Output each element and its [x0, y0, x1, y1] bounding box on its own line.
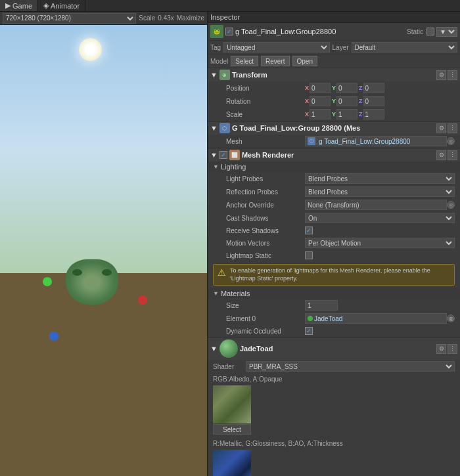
main-layout: 720×1280 (720×1280) Scale 0.43x Maximize…	[0, 12, 460, 476]
probe-blue	[49, 332, 58, 341]
scale-x-input[interactable]	[310, 109, 331, 119]
material-expand-arrow: ▼	[210, 345, 218, 353]
layer-select[interactable]: Default	[352, 42, 457, 53]
object-icon: 🐸	[210, 25, 223, 38]
tab-animator-label: Animator	[51, 2, 80, 10]
rot-z-input[interactable]	[363, 96, 384, 106]
active-checkbox[interactable]	[225, 28, 233, 35]
albedo-section: RGB:Albedo, A:Opaque Select	[208, 373, 460, 437]
maximize-label: Maximize	[177, 14, 204, 22]
inspector-panel: Inspector 🐸 g Toad_Final_Low:Group28800 …	[207, 12, 460, 476]
element-0-row: Element 0 JadeToad ◎	[208, 312, 460, 325]
sky-area	[0, 25, 207, 273]
scale-y-input[interactable]	[336, 109, 357, 119]
size-row: Size	[208, 299, 460, 312]
mesh-renderer-header[interactable]: ▼ ⬜ Mesh Renderer ⚙ ⋮	[208, 148, 460, 162]
anchor-override-value: None (Transform)	[308, 202, 444, 209]
mesh-filter-header[interactable]: ▼ ⬡ G Toad_Final_Low:Group 28800 (Mes ⚙ …	[208, 121, 460, 135]
reflection-probes-label: Reflection Probes	[226, 188, 305, 196]
element-0-select-btn[interactable]: ◎	[447, 314, 455, 322]
albedo-thumbnail[interactable]	[213, 385, 251, 423]
reflection-probes-select[interactable]: Blend Probes	[305, 186, 455, 197]
material-settings[interactable]: ⚙	[436, 344, 446, 354]
transform-more-btn[interactable]: ⋮	[448, 70, 457, 80]
renderer-more[interactable]: ⋮	[448, 150, 457, 160]
static-dropdown[interactable]: ▼	[436, 27, 457, 37]
sun-sphere	[79, 38, 102, 61]
game-toolbar: 720×1280 (720×1280) Scale 0.43x Maximize	[0, 12, 207, 25]
shader-select[interactable]: PBR_MRA_SSS	[246, 361, 455, 372]
transform-settings-btn[interactable]: ⚙	[436, 70, 446, 80]
renderer-settings[interactable]: ⚙	[436, 150, 446, 160]
lightmap-static-checkbox[interactable]	[305, 251, 313, 259]
rot-x-input[interactable]	[310, 96, 331, 106]
receive-shadows-label: Receive Shadows	[226, 227, 305, 234]
warning-box: ⚠ To enable generation of lightmaps for …	[213, 264, 455, 286]
cast-shadows-row: Cast Shadows On	[208, 211, 460, 225]
mesh-filter-more[interactable]: ⋮	[448, 123, 457, 133]
top-bar: ▶ Game ◈ Animator	[0, 0, 460, 12]
tag-label: Tag	[210, 44, 221, 51]
anchor-override-btn[interactable]: ◎	[447, 201, 455, 209]
mesh-ref-name: g Toad_Final_Low:Group28800	[319, 138, 444, 145]
shader-label: Shader	[213, 363, 246, 370]
scale-label: Scale	[139, 14, 155, 22]
size-label: Size	[226, 302, 305, 309]
select-button[interactable]: Select	[231, 56, 258, 66]
mesh-filter-icon: ⬡	[219, 123, 230, 133]
dynamic-occluded-checkbox[interactable]	[305, 327, 313, 335]
tag-select[interactable]: Untagged	[223, 42, 329, 53]
size-input[interactable]	[305, 300, 338, 311]
mesh-filter-settings[interactable]: ⚙	[436, 123, 446, 133]
metallic-thumbnail[interactable]	[213, 450, 251, 476]
static-checkbox[interactable]	[426, 28, 434, 35]
mesh-renderer-arrow: ▼	[210, 151, 218, 159]
mesh-renderer-component: ▼ ⬜ Mesh Renderer ⚙ ⋮ ▼ Lighting Light P…	[208, 148, 460, 337]
toad-body	[66, 259, 118, 305]
mesh-filter-title: G Toad_Final_Low:Group 28800 (Mes	[232, 124, 434, 132]
material-preview	[219, 339, 238, 358]
motion-vectors-select[interactable]: Per Object Motion	[305, 238, 455, 248]
scale-xyz: X Y Z	[305, 109, 455, 119]
resolution-select[interactable]: 720×1280 (720×1280)	[3, 13, 136, 24]
light-probes-label: Light Probes	[226, 175, 305, 183]
pos-y-input[interactable]	[336, 83, 357, 93]
material-component: ▼ JadeToad ⚙ ⋮ Shader PBR_MRA_SSS RGB:Al…	[208, 337, 460, 476]
mesh-label: Mesh	[226, 138, 305, 145]
materials-section-header[interactable]: ▼ Materials	[208, 288, 460, 299]
material-header[interactable]: ▼ JadeToad ⚙ ⋮	[208, 337, 460, 360]
lighting-section-header[interactable]: ▼ Lighting	[208, 162, 460, 172]
dynamic-occluded-label: Dynamic Occluded	[226, 328, 305, 335]
revert-button[interactable]: Revert	[261, 56, 289, 66]
metallic-label: R:Metallic, G:Glossiness, B:AO, A:Thickn…	[213, 439, 455, 448]
scale-z-label: Z	[359, 111, 363, 118]
albedo-select-btn[interactable]: Select	[213, 424, 251, 435]
materials-label: Materials	[221, 290, 250, 297]
light-probes-select[interactable]: Blend Probes	[305, 173, 455, 184]
tab-game[interactable]: ▶ Game	[0, 0, 38, 11]
transform-title: Transform	[232, 71, 434, 79]
pos-x-label: X	[305, 85, 309, 91]
open-button[interactable]: Open	[292, 56, 317, 66]
tab-animator[interactable]: ◈ Animator	[38, 0, 85, 11]
game-panel: 720×1280 (720×1280) Scale 0.43x Maximize	[0, 12, 207, 476]
rot-y-input[interactable]	[336, 96, 357, 106]
scale-z-input[interactable]	[363, 109, 384, 119]
transform-header[interactable]: ▼ ⊕ Transform ⚙ ⋮	[208, 68, 460, 81]
receive-shadows-checkbox[interactable]	[305, 227, 313, 234]
inspector-header: Inspector	[208, 12, 460, 23]
albedo-label: RGB:Albedo, A:Opaque	[213, 374, 455, 384]
element-0-label: Element 0	[226, 315, 305, 322]
lighting-arrow: ▼	[213, 163, 219, 170]
material-more[interactable]: ⋮	[448, 344, 457, 354]
pos-z-input[interactable]	[363, 83, 384, 93]
mesh-ref-select-btn[interactable]: ◎	[447, 137, 455, 145]
metallic-section: R:Metallic, G:Glossiness, B:AO, A:Thickn…	[208, 437, 460, 476]
metallic-tex-row: Select	[213, 448, 455, 476]
cast-shadows-select[interactable]: On	[305, 213, 455, 223]
lightmap-static-row: Lightmap Static	[208, 249, 460, 261]
rot-z-label: Z	[359, 98, 363, 104]
position-label: Position	[226, 85, 305, 92]
pos-x-input[interactable]	[310, 83, 331, 93]
renderer-enabled-checkbox[interactable]	[219, 151, 227, 159]
